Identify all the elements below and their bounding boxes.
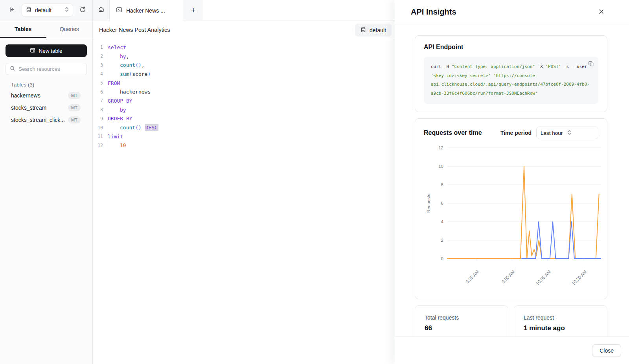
total-requests-label: Total requests [425, 314, 498, 321]
curl-segment: "Content-Type: application/json" [452, 64, 535, 69]
code-token: GROUP BY [108, 98, 132, 104]
requests-over-time-title: Requests over time [424, 129, 500, 136]
chart-header: Requests over time Time period Last hour [424, 127, 598, 139]
code-token: FROM [108, 80, 120, 86]
x-tick-label: 10:20 AM [571, 269, 588, 286]
series-requests-orange [447, 166, 599, 259]
line-content: select [103, 43, 126, 52]
line-content: by [103, 105, 126, 114]
query-title: Hacker News Post Analytics [99, 27, 170, 33]
api-endpoint-title: API Endpoint [424, 44, 598, 51]
refresh-button[interactable] [79, 6, 87, 15]
indent-guide [108, 52, 120, 61]
table-row[interactable]: stocks_streamMT [0, 101, 92, 114]
line-content: sum(score) [103, 70, 151, 79]
code-token: hackernews [120, 89, 151, 95]
total-requests-card: Total requests 66 [415, 305, 508, 336]
code-token: 10 [120, 142, 126, 148]
search-icon [10, 66, 15, 73]
sidebar-tabs: Tables Queries [0, 20, 92, 38]
code-token: ) [147, 71, 151, 77]
line-number: 12 [93, 143, 103, 148]
tables-section-label: Tables (3) [11, 82, 87, 88]
y-tick-label: 6 [441, 201, 443, 206]
search-box [6, 63, 87, 75]
code-token: DESC [145, 124, 158, 131]
time-period-select[interactable]: Last hour [536, 127, 598, 139]
curl-segment [491, 73, 493, 78]
database-selector-value: default [35, 7, 51, 13]
close-button[interactable]: Close [592, 344, 621, 357]
indent-guide [108, 105, 120, 114]
copy-button[interactable] [587, 60, 595, 69]
time-period-label: Time period [500, 130, 532, 136]
code-token: limit [108, 134, 123, 140]
y-tick-label: 12 [438, 145, 443, 150]
tab-hacker-news-query[interactable]: Hacker News ... [109, 0, 184, 21]
chevron-updown-icon [65, 7, 69, 13]
indent-guide [108, 123, 120, 132]
line-number: 6 [93, 89, 103, 95]
table-list: hackernewsMTstocks_streamMTstocks_stream… [0, 89, 92, 126]
line-content: count(), [103, 61, 145, 70]
home-icon [98, 6, 105, 14]
curl-segment: -s --user [561, 64, 590, 69]
database-selector[interactable]: default [22, 4, 73, 17]
curl-command: curl -H "Content-Type: application/json"… [431, 63, 592, 98]
line-number: 11 [93, 134, 103, 139]
code-token: sum [120, 71, 129, 77]
new-table-button[interactable]: New table [6, 44, 87, 57]
line-number: 10 [93, 125, 103, 131]
indent-guide [108, 87, 120, 96]
collapse-sidebar-button[interactable] [8, 6, 16, 15]
table-row[interactable]: hackernewsMT [0, 89, 92, 101]
line-content: 10 [103, 141, 126, 150]
database-icon [360, 27, 366, 34]
close-icon [598, 9, 604, 16]
line-content: by, [103, 52, 129, 61]
y-tick-label: 2 [441, 238, 443, 243]
table-row[interactable]: stocks_stream_click...MT [0, 114, 92, 126]
y-tick-label: 10 [438, 164, 443, 169]
tab-tables-label: Tables [15, 26, 31, 32]
sidebar: default Tables Queries New table [0, 0, 93, 364]
total-requests-value: 66 [425, 324, 498, 332]
tab-label: Hacker News ... [126, 7, 165, 14]
line-number: 9 [93, 116, 103, 121]
last-request-value: 1 minute ago [524, 324, 598, 332]
x-tick-label: 10:05 AM [535, 269, 552, 286]
tab-tables[interactable]: Tables [0, 20, 46, 38]
panel-close-button[interactable] [597, 7, 606, 17]
new-table-label: New table [39, 48, 62, 54]
panel-footer: Close [395, 336, 629, 364]
code-token: score [132, 71, 147, 77]
editor-database-pill-value: default [370, 27, 386, 33]
copy-icon [588, 61, 594, 68]
panel-body: API Endpoint curl -H "Content-Type: appl… [395, 24, 629, 336]
table-name: stocks_stream [11, 105, 68, 111]
curl-segment: '<key_id>:<key_secret>' [431, 73, 491, 78]
search-input[interactable] [18, 66, 88, 72]
terminal-icon [116, 7, 122, 14]
table-engine-badge: MT [68, 116, 81, 123]
collapse-sidebar-icon [9, 6, 15, 14]
new-tab-button[interactable]: + [184, 0, 203, 20]
y-tick-label: 4 [441, 219, 444, 224]
last-request-label: Last request [524, 314, 598, 321]
api-insights-panel: API Insights API Endpoint curl -H "Conte… [395, 0, 629, 364]
indent-guide [108, 141, 120, 150]
code-token: , [142, 62, 145, 68]
chevron-updown-icon [567, 130, 594, 136]
line-content: GROUP BY [103, 96, 132, 105]
panel-header: API Insights [395, 0, 629, 24]
line-number: 3 [93, 63, 103, 68]
line-content: limit [103, 132, 123, 141]
table-engine-badge: MT [68, 104, 81, 111]
home-button[interactable] [93, 0, 109, 20]
code-token: , [126, 53, 129, 59]
table-name: stocks_stream_click... [11, 117, 68, 123]
line-content: ORDER BY [103, 114, 132, 123]
tab-queries[interactable]: Queries [46, 20, 93, 38]
code-token: ORDER BY [108, 116, 132, 121]
editor-database-pill[interactable]: default [355, 24, 392, 37]
